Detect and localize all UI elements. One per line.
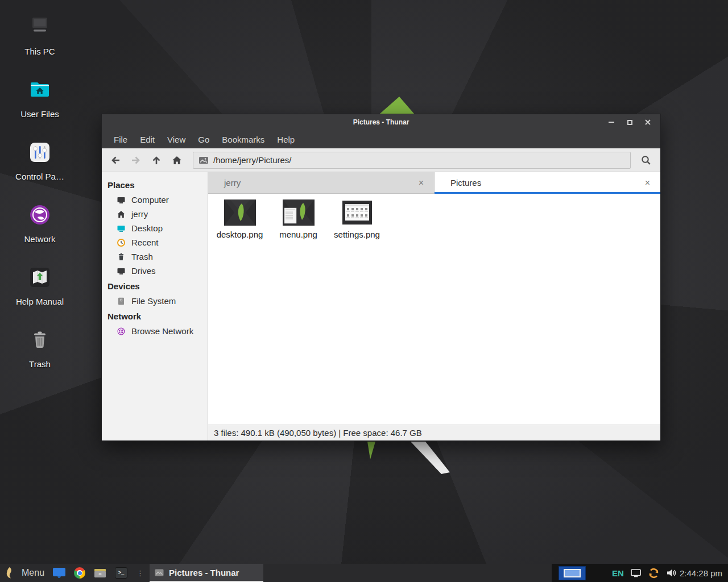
system-tray: EN 2:44:28 pm bbox=[552, 564, 728, 582]
up-button[interactable] bbox=[146, 151, 167, 169]
window-title: Pictures - Thunar bbox=[353, 118, 410, 126]
tab-close-icon[interactable]: × bbox=[643, 178, 652, 188]
tab-label: Pictures bbox=[450, 178, 643, 188]
tab-jerry[interactable]: jerry × bbox=[208, 172, 435, 193]
help-manual-icon bbox=[26, 264, 53, 291]
path-bar[interactable]: /home/jerry/Pictures/ bbox=[193, 152, 631, 169]
desktop-icon-trash[interactable]: Trash bbox=[9, 326, 71, 369]
search-button[interactable] bbox=[635, 151, 657, 169]
chrome-launcher[interactable] bbox=[74, 567, 85, 579]
clock[interactable]: 2:44:28 pm bbox=[680, 568, 722, 578]
home-button[interactable] bbox=[167, 151, 187, 169]
home-folder-icon bbox=[26, 76, 53, 103]
taskbar: Menu >_ ⋮ Pictures - Thunar EN bbox=[0, 564, 728, 582]
back-button[interactable] bbox=[105, 151, 126, 169]
close-button[interactable] bbox=[639, 114, 657, 130]
file-list[interactable]: desktop.png menu.png settings.png bbox=[208, 194, 660, 425]
computer-icon bbox=[117, 196, 126, 205]
toolbar: /home/jerry/Pictures/ bbox=[102, 148, 660, 172]
sidebar-item-trash[interactable]: Trash bbox=[102, 250, 208, 264]
task-label: Pictures - Thunar bbox=[169, 568, 239, 577]
status-text: 3 files: 490.1 kB (490,050 bytes) | Free… bbox=[214, 428, 422, 438]
hard-drive-icon bbox=[117, 297, 126, 306]
path-text: /home/jerry/Pictures/ bbox=[213, 155, 292, 165]
desktop-icon-label: Control Pa… bbox=[9, 172, 71, 181]
desktop-icon-user-files[interactable]: User Files bbox=[9, 76, 71, 119]
home-icon bbox=[117, 210, 126, 219]
search-icon bbox=[640, 155, 652, 166]
desktop-icon-label: Network bbox=[9, 234, 71, 244]
menu-bookmarks[interactable]: Bookmarks bbox=[216, 130, 271, 148]
trash-can-icon bbox=[26, 326, 53, 354]
archive-launcher[interactable] bbox=[93, 567, 107, 579]
file-settings-png[interactable]: settings.png bbox=[328, 198, 386, 239]
file-name: desktop.png bbox=[217, 230, 263, 239]
menu-button-label[interactable]: Menu bbox=[22, 568, 44, 578]
sidebar-item-label: Drives bbox=[131, 266, 156, 276]
desktop-icon-label: This PC bbox=[9, 47, 71, 56]
minimize-icon bbox=[609, 122, 614, 123]
drives-icon bbox=[117, 267, 126, 276]
menu-file[interactable]: File bbox=[107, 130, 134, 148]
menu-go[interactable]: Go bbox=[192, 130, 216, 148]
sidebar-item-jerry[interactable]: jerry bbox=[102, 207, 208, 221]
desktop-icon-this-pc[interactable]: This PC bbox=[9, 14, 71, 56]
menu-bar: File Edit View Go Bookmarks Help bbox=[102, 130, 660, 148]
sidebar-item-label: Desktop bbox=[131, 223, 163, 233]
status-bar: 3 files: 490.1 kB (490,050 bytes) | Free… bbox=[208, 425, 660, 440]
tab-close-icon[interactable]: × bbox=[416, 178, 426, 188]
browse-network-icon bbox=[117, 327, 126, 336]
file-desktop-png[interactable]: desktop.png bbox=[210, 198, 269, 239]
file-name: settings.png bbox=[334, 230, 380, 239]
sidebar-header-devices: Devices bbox=[102, 278, 208, 294]
active-workspace bbox=[564, 569, 581, 577]
tab-label: jerry bbox=[224, 178, 416, 188]
menu-edit[interactable]: Edit bbox=[134, 130, 161, 148]
maximize-button[interactable] bbox=[621, 114, 639, 130]
control-panel-icon bbox=[26, 139, 53, 166]
sidebar-item-recent[interactable]: Recent bbox=[102, 235, 208, 250]
keyboard-layout-indicator[interactable]: EN bbox=[612, 568, 624, 578]
desktop-icon-label: Help Manual bbox=[9, 297, 71, 306]
sidebar-item-label: Computer bbox=[131, 195, 169, 205]
menu-help[interactable]: Help bbox=[271, 130, 301, 148]
sidebar-item-file-system[interactable]: File System bbox=[102, 294, 208, 308]
volume-tray-button[interactable] bbox=[666, 568, 677, 578]
terminal-icon: >_ bbox=[118, 570, 125, 576]
minimize-button[interactable] bbox=[602, 114, 621, 130]
menu-view[interactable]: View bbox=[161, 130, 192, 148]
sidebar-item-desktop[interactable]: Desktop bbox=[102, 221, 208, 235]
terminal-launcher[interactable]: >_ bbox=[115, 567, 127, 579]
monitor-icon bbox=[631, 569, 642, 577]
sidebar-header-network: Network bbox=[102, 308, 208, 324]
file-manager-launcher[interactable] bbox=[52, 567, 66, 579]
recent-clock-icon bbox=[117, 238, 126, 247]
file-name: menu.png bbox=[279, 230, 317, 239]
display-tray-button[interactable] bbox=[631, 569, 642, 577]
desktop-icon-network[interactable]: Network bbox=[9, 201, 71, 244]
forward-button[interactable] bbox=[126, 151, 146, 169]
taskbar-task-thunar[interactable]: Pictures - Thunar bbox=[150, 564, 263, 582]
tasklist-handle-icon: ⋮ bbox=[135, 569, 143, 577]
file-cabinet-icon bbox=[93, 567, 107, 579]
desktop-icon-label: Trash bbox=[9, 359, 71, 369]
sidebar-item-label: Trash bbox=[131, 252, 153, 261]
maximize-icon bbox=[627, 120, 632, 125]
blue-screen-icon bbox=[52, 567, 66, 579]
updates-tray-button[interactable] bbox=[648, 567, 660, 579]
app-menu-button[interactable] bbox=[5, 567, 14, 579]
trash-icon bbox=[117, 252, 126, 261]
workspace-switcher[interactable] bbox=[559, 566, 586, 580]
sidebar-item-computer[interactable]: Computer bbox=[102, 193, 208, 207]
sidebar-item-browse-network[interactable]: Browse Network bbox=[102, 324, 208, 338]
desktop-icon-help-manual[interactable]: Help Manual bbox=[9, 264, 71, 306]
tab-pictures[interactable]: Pictures × bbox=[435, 172, 660, 193]
distro-logo-icon bbox=[5, 567, 14, 579]
sidebar-header-places: Places bbox=[102, 177, 208, 193]
home-icon bbox=[171, 155, 183, 166]
sidebar-item-drives[interactable]: Drives bbox=[102, 264, 208, 278]
file-menu-png[interactable]: menu.png bbox=[269, 198, 328, 239]
speaker-icon bbox=[666, 568, 677, 578]
window-titlebar[interactable]: Pictures - Thunar bbox=[102, 114, 660, 130]
desktop-icon-control-panel[interactable]: Control Pa… bbox=[9, 139, 71, 181]
